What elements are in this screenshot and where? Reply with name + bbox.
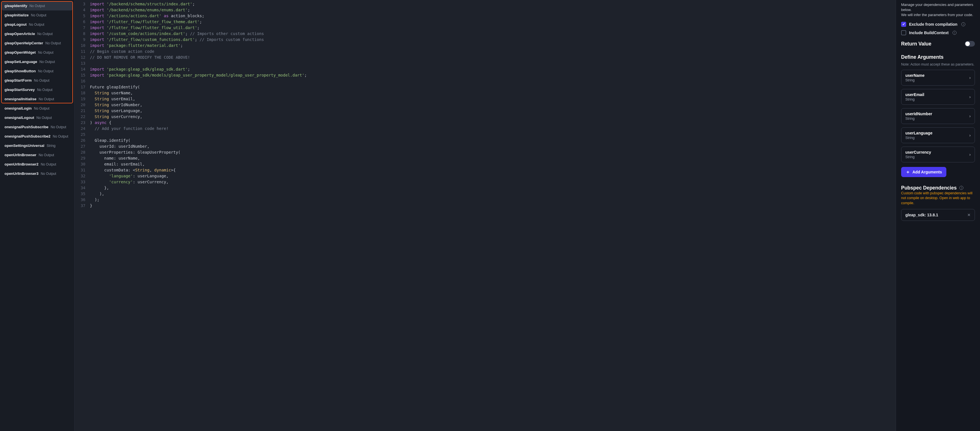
code-editor[interactable]: 3import '/backend/schema/structs/index.d…: [75, 0, 896, 431]
dependency-card[interactable]: gleap_sdk: 13.8.1✕: [901, 209, 975, 221]
argument-card-userCurrency[interactable]: userCurrencyString›: [901, 147, 975, 162]
code-line[interactable]: 15import 'package:gleap_sdk/models/gleap…: [75, 72, 896, 78]
code-content[interactable]: userProperties: GleapUserProperty(: [90, 149, 896, 155]
code-line[interactable]: 35 ),: [75, 191, 896, 197]
code-content[interactable]: import '/backend/schema/enums/enums.dart…: [90, 7, 896, 13]
code-content[interactable]: email: userEmail,: [90, 161, 896, 167]
code-content[interactable]: import '/backend/schema/structs/index.da…: [90, 1, 896, 7]
code-content[interactable]: );: [90, 197, 896, 203]
argument-card-userIdNumber[interactable]: userIdNumberString›: [901, 108, 975, 124]
checkbox-checked-icon[interactable]: ✓: [901, 22, 906, 27]
add-arguments-button[interactable]: ＋ Add Arguments: [901, 167, 947, 177]
code-line[interactable]: 25: [75, 132, 896, 138]
code-line[interactable]: 33 'currency': userCurrency,: [75, 179, 896, 185]
code-content[interactable]: [90, 132, 896, 138]
code-line[interactable]: 9import '/flutter_flow/custom_functions.…: [75, 37, 896, 43]
info-icon[interactable]: i: [959, 186, 963, 190]
code-line[interactable]: 19 String userEmail,: [75, 96, 896, 102]
code-content[interactable]: ) async {: [90, 120, 896, 126]
code-content[interactable]: import 'package:gleap_sdk/gleap_sdk.dart…: [90, 67, 896, 72]
code-line[interactable]: 30 email: userEmail,: [75, 161, 896, 167]
code-line[interactable]: 31 customData: <String, dynamic>{: [75, 167, 896, 173]
code-content[interactable]: import '/flutter_flow/custom_functions.d…: [90, 37, 896, 43]
code-line[interactable]: 16: [75, 78, 896, 84]
code-line[interactable]: 29 name: userName,: [75, 155, 896, 161]
code-line[interactable]: 11// Begin custom action code: [75, 49, 896, 54]
code-content[interactable]: String userIdNumber,: [90, 102, 896, 108]
code-content[interactable]: // Add your function code here!: [90, 126, 896, 132]
exclude-from-compilation-row[interactable]: ✓ Exclude from compilation i: [901, 22, 975, 27]
code-line[interactable]: 37}: [75, 203, 896, 209]
code-content[interactable]: [90, 78, 896, 84]
checkbox-unchecked-icon[interactable]: [901, 30, 906, 35]
argument-card-userEmail[interactable]: userEmailString›: [901, 89, 975, 105]
code-line[interactable]: 34 },: [75, 185, 896, 191]
code-content[interactable]: Future gleapIdentify(: [90, 84, 896, 90]
sidebar-item-gleapSetLanguage[interactable]: gleapSetLanguageNo Output: [2, 57, 73, 67]
code-content[interactable]: customData: <String, dynamic>{: [90, 167, 896, 173]
sidebar-item-openUrlInBrowser2[interactable]: openUrlInBrowser2No Output: [2, 160, 73, 169]
include-buildcontext-row[interactable]: Include BuildContext i: [901, 30, 975, 35]
sidebar-item-onesignalPushSubscribe2[interactable]: onesignalPushSubscribe2No Output: [2, 132, 73, 141]
sidebar-item-onesignalLogout[interactable]: onesignalLogoutNo Output: [2, 113, 73, 122]
code-content[interactable]: String userCurrency,: [90, 114, 896, 120]
code-line[interactable]: 24 // Add your function code here!: [75, 126, 896, 132]
code-content[interactable]: String userName,: [90, 90, 896, 96]
code-content[interactable]: import '/actions/actions.dart' as action…: [90, 13, 896, 19]
code-line[interactable]: 27 userId: userIdNumber,: [75, 144, 896, 149]
code-content[interactable]: }: [90, 203, 896, 209]
sidebar-item-gleapIdentify[interactable]: gleapIdentifyNo Output: [2, 1, 73, 10]
code-content[interactable]: import '/flutter_flow/flutter_flow_theme…: [90, 19, 896, 25]
code-line[interactable]: 28 userProperties: GleapUserProperty(: [75, 149, 896, 155]
info-icon[interactable]: i: [953, 31, 956, 35]
code-content[interactable]: import '/flutter_flow/flutter_flow_util.…: [90, 25, 896, 31]
sidebar-item-openUrlInBrowser[interactable]: openUrlInBrowserNo Output: [2, 150, 73, 160]
code-line[interactable]: 13: [75, 60, 896, 67]
sidebar-item-gleapOpenArticle[interactable]: gleapOpenArticleNo Output: [2, 29, 73, 38]
sidebar-item-openUrlInBrowser3[interactable]: openUrlInBrowser3No Output: [2, 169, 73, 178]
info-icon[interactable]: i: [961, 22, 965, 26]
code-content[interactable]: [90, 60, 896, 67]
code-line[interactable]: 8import '/custom_code/actions/index.dart…: [75, 31, 896, 37]
sidebar-item-gleapInitialize[interactable]: gleapInitializeNo Output: [2, 10, 73, 20]
sidebar-item-onesignalPushSubscribe[interactable]: onesignalPushSubscribeNo Output: [2, 122, 73, 132]
sidebar-item-gleapStartSurvey[interactable]: gleapStartSurveyNo Output: [2, 85, 73, 94]
code-line[interactable]: 7import '/flutter_flow/flutter_flow_util…: [75, 25, 896, 31]
sidebar-item-gleapShowButton[interactable]: gleapShowButtonNo Output: [2, 67, 73, 76]
code-line[interactable]: 26 Gleap.identify(: [75, 138, 896, 144]
code-content[interactable]: userId: userIdNumber,: [90, 144, 896, 149]
code-line[interactable]: 3import '/backend/schema/structs/index.d…: [75, 1, 896, 7]
code-line[interactable]: 32 'language': userLanguage,: [75, 173, 896, 179]
code-content[interactable]: import 'package:flutter/material.dart';: [90, 43, 896, 49]
argument-card-userName[interactable]: userNameString›: [901, 70, 975, 86]
code-line[interactable]: 36 );: [75, 197, 896, 203]
code-line[interactable]: 10import 'package:flutter/material.dart'…: [75, 43, 896, 49]
code-line[interactable]: 23) async {: [75, 120, 896, 126]
sidebar-item-onesignalInitialise[interactable]: onesignalInitialiseNo Output: [2, 94, 73, 104]
code-content[interactable]: String userEmail,: [90, 96, 896, 102]
code-line[interactable]: 12// DO NOT REMOVE OR MODIFY THE CODE AB…: [75, 54, 896, 60]
code-content[interactable]: import '/custom_code/actions/index.dart'…: [90, 31, 896, 37]
sidebar-item-gleapStartForm[interactable]: gleapStartFormNo Output: [2, 76, 73, 85]
code-line[interactable]: 14import 'package:gleap_sdk/gleap_sdk.da…: [75, 67, 896, 72]
code-line[interactable]: 22 String userCurrency,: [75, 114, 896, 120]
code-content[interactable]: String userLanguage,: [90, 108, 896, 114]
sidebar-item-gleapOpenHelpCenter[interactable]: gleapOpenHelpCenterNo Output: [2, 38, 73, 48]
code-content[interactable]: import 'package:gleap_sdk/models/gleap_u…: [90, 72, 896, 78]
sidebar-item-openSettingsUniversal[interactable]: openSettingsUniversalString: [2, 141, 73, 150]
code-content[interactable]: Gleap.identify(: [90, 138, 896, 144]
argument-card-userLanguage[interactable]: userLanguageString›: [901, 127, 975, 143]
code-line[interactable]: 4import '/backend/schema/enums/enums.dar…: [75, 7, 896, 13]
code-line[interactable]: 18 String userName,: [75, 90, 896, 96]
sidebar-item-gleapLogout[interactable]: gleapLogoutNo Output: [2, 20, 73, 29]
sidebar-item-gleapOpenWidget[interactable]: gleapOpenWidgetNo Output: [2, 48, 73, 57]
sidebar-item-onesignalLogin[interactable]: onesignalLoginNo Output: [2, 104, 73, 113]
close-icon[interactable]: ✕: [967, 213, 970, 217]
code-line[interactable]: 17Future gleapIdentify(: [75, 84, 896, 90]
code-line[interactable]: 20 String userIdNumber,: [75, 102, 896, 108]
code-content[interactable]: },: [90, 185, 896, 191]
code-line[interactable]: 6import '/flutter_flow/flutter_flow_them…: [75, 19, 896, 25]
return-value-toggle[interactable]: [965, 41, 975, 47]
code-content[interactable]: ),: [90, 191, 896, 197]
code-line[interactable]: 21 String userLanguage,: [75, 108, 896, 114]
